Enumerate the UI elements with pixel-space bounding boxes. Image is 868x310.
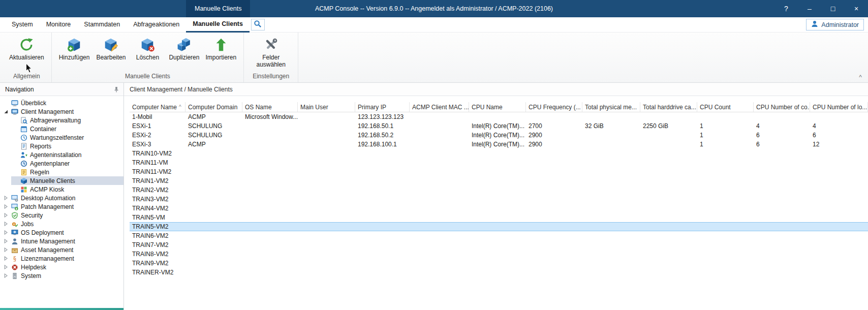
kiosk-icon	[20, 186, 27, 193]
chevron-right-icon[interactable]	[0, 265, 11, 269]
chevron-right-icon[interactable]	[0, 204, 11, 209]
sidebar-item-patch-management[interactable]: Patch Management	[0, 202, 123, 211]
chevron-right-icon[interactable]	[0, 213, 11, 218]
ribbon-button-hinzufügen[interactable]: Hinzufügen	[56, 36, 93, 61]
ribbon-button-löschen[interactable]: Löschen	[129, 36, 166, 61]
cell: TRAIN2-VM2	[130, 187, 185, 194]
maximize-button[interactable]: □	[821, 0, 845, 17]
table-row-train4-vm2[interactable]: TRAIN4-VM2	[130, 204, 868, 213]
table-row-1-mobil[interactable]: 1-MobilACMPMicrosoft Window...123.123.12…	[130, 112, 868, 121]
table-row-train1-vm2[interactable]: TRAIN1-VM2	[130, 176, 868, 185]
table-row-esxi-2[interactable]: ESXi-2SCHULUNG192.168.50.2Intel(R) Core(…	[130, 131, 868, 140]
ribbon-button-felder-auswählen[interactable]: Felder auswählen	[248, 36, 294, 69]
column-header-cpu-name[interactable]: CPU Name	[469, 102, 526, 112]
sidebar-item-helpdesk[interactable]: Helpdesk	[0, 263, 123, 271]
ribbon-button-aktualisieren[interactable]: Aktualisieren	[6, 36, 47, 61]
column-header-os-name[interactable]: OS Name	[242, 102, 298, 112]
chevron-right-icon[interactable]	[0, 239, 11, 243]
column-header-computer-domain[interactable]: Computer Domain	[185, 102, 242, 112]
sidebar-item-lizenzmanagement[interactable]: §Lizenzmanagement	[0, 254, 123, 263]
table-row-train3-vm2[interactable]: TRAIN3-VM2	[130, 195, 868, 204]
system-icon	[11, 272, 18, 280]
help-button[interactable]: ?	[774, 0, 798, 17]
column-header-cpu-number-of-lo[interactable]: CPU Number of lo...	[810, 102, 868, 112]
sidebar-item-os-deployment[interactable]: OS Deployment	[0, 228, 123, 237]
sidebar-item-asset-management[interactable]: Asset Management	[0, 245, 123, 254]
sidebar-item-label: Security	[21, 212, 43, 219]
sidebar-item-jobs[interactable]: Jobs	[0, 220, 123, 228]
menu-item-stammdaten[interactable]: Stammdaten	[77, 17, 127, 33]
column-header-total-physical-me[interactable]: Total physical me...	[582, 102, 640, 112]
ribbon-button-label: Aktualisieren	[9, 54, 44, 61]
chevron-right-icon[interactable]	[0, 273, 11, 278]
sidebar-item-client-management[interactable]: Client Management	[0, 107, 123, 116]
column-header-label: CPU Name	[472, 104, 503, 111]
sidebar-item-wartungszeitfenster[interactable]: Wartungszeitfenster	[0, 133, 123, 142]
cell: Intel(R) Core(TM)...	[469, 132, 526, 139]
table-row-train6-vm2[interactable]: TRAIN6-VM2	[130, 231, 868, 240]
user-badge[interactable]: Administrator	[806, 19, 864, 30]
column-header-total-harddrive-ca[interactable]: Total harddrive ca...	[640, 102, 697, 112]
sidebar-item-überblick[interactable]: Überblick	[0, 99, 123, 107]
menu-item-monitore[interactable]: Monitore	[40, 17, 78, 33]
column-header-cpu-frequency[interactable]: CPU Frequency (...	[526, 102, 582, 112]
table-row-train7-vm2[interactable]: TRAIN7-VM2	[130, 240, 868, 250]
tree-expanded-icon[interactable]	[0, 109, 11, 114]
table-row-esxi-1[interactable]: ESXi-1SCHULUNG192.168.50.1Intel(R) Core(…	[130, 121, 868, 131]
table-row-esxi-3[interactable]: ESXi-3ACMP192.168.100.1Intel(R) Core(TM)…	[130, 140, 868, 149]
cell: 192.168.100.1	[355, 141, 410, 148]
minimize-button[interactable]: –	[798, 0, 821, 17]
column-header-acmp-client-mac[interactable]: ACMP Client MAC ...	[410, 102, 469, 112]
sidebar-item-reports[interactable]: Reports	[0, 142, 123, 150]
security-icon	[11, 212, 18, 219]
chevron-right-icon[interactable]	[0, 256, 11, 261]
sidebar-item-security[interactable]: Security	[0, 211, 123, 220]
column-header-cpu-count[interactable]: CPU Count	[697, 102, 754, 112]
ribbon-button-duplizieren[interactable]: Duplizieren	[166, 36, 202, 61]
sidebar-item-label: Intune Management	[21, 238, 75, 245]
close-button[interactable]: ×	[845, 0, 868, 17]
chevron-right-icon[interactable]	[0, 222, 11, 226]
chevron-right-icon[interactable]	[0, 196, 11, 200]
ribbon-group-allgemein: AktualisierenAllgemein	[2, 33, 52, 82]
sidebar-item-abfrageverwaltung[interactable]: Abfrageverwaltung	[0, 116, 123, 125]
menu-item-system[interactable]: System	[5, 17, 40, 33]
ribbon-button-importieren[interactable]: Importieren	[202, 36, 239, 61]
table-row-train5-vm[interactable]: TRAIN5-VM	[130, 213, 868, 222]
chevron-right-icon[interactable]	[0, 247, 11, 252]
column-header-cpu-number-of-co[interactable]: CPU Number of co...	[754, 102, 810, 112]
ribbon-button-bearbeiten[interactable]: Bearbeiten	[92, 36, 129, 61]
cube-icon	[20, 177, 27, 184]
search-button[interactable]	[251, 19, 265, 30]
main-panel: Client Management / Manuelle Clients Com…	[124, 83, 868, 310]
column-header-computer-name[interactable]: Computer Name^	[130, 102, 185, 112]
sidebar-item-container[interactable]: Container	[0, 125, 123, 133]
table-row-train11-vm[interactable]: TRAIN11-VM	[130, 158, 868, 167]
sidebar-item-manuelle-clients[interactable]: Manuelle Clients	[0, 176, 123, 185]
sidebar-item-intune-management[interactable]: Intune Management	[0, 237, 123, 245]
menu-item-manuelle-clients[interactable]: Manuelle Clients	[186, 17, 250, 33]
column-header-main-user[interactable]: Main User	[298, 102, 355, 112]
column-header-primary-ip[interactable]: Primary IP	[355, 102, 410, 112]
table-row-trainer-vm2[interactable]: TRAINER-VM2	[130, 268, 868, 277]
titlebar-tab-manuelle-clients[interactable]: Manuelle Clients	[186, 0, 250, 17]
cell: TRAIN10-VM2	[130, 150, 185, 157]
chevron-right-icon[interactable]	[0, 230, 11, 235]
sidebar-item-system[interactable]: System	[0, 271, 123, 280]
pin-icon[interactable]	[113, 86, 119, 92]
sidebar-item-agentenplaner[interactable]: Agentenplaner	[0, 159, 123, 168]
table-row-train2-vm2[interactable]: TRAIN2-VM2	[130, 185, 868, 195]
sidebar-item-desktop-automation[interactable]: Desktop Automation	[0, 194, 123, 202]
menu-item-abfrageaktionen[interactable]: Abfrageaktionen	[127, 17, 186, 33]
table-row-train11-vm2[interactable]: TRAIN11-VM2	[130, 167, 868, 176]
table-row-train9-vm2[interactable]: TRAIN9-VM2	[130, 259, 868, 268]
cell: 1	[697, 122, 754, 130]
table-row-train5-vm2[interactable]: TRAIN5-VM2	[130, 222, 868, 231]
sidebar-item-agenteninstallation[interactable]: Agenteninstallation	[0, 150, 123, 159]
table-row-train8-vm2[interactable]: TRAIN8-VM2	[130, 250, 868, 259]
ribbon-collapse-button[interactable]: ^	[857, 74, 864, 81]
sidebar-item-regeln[interactable]: Regeln	[0, 168, 123, 176]
table-row-train10-vm2[interactable]: TRAIN10-VM2	[130, 149, 868, 158]
sidebar-item-acmp-kiosk[interactable]: ACMP Kiosk	[0, 185, 123, 194]
cell: TRAIN4-VM2	[130, 205, 185, 212]
